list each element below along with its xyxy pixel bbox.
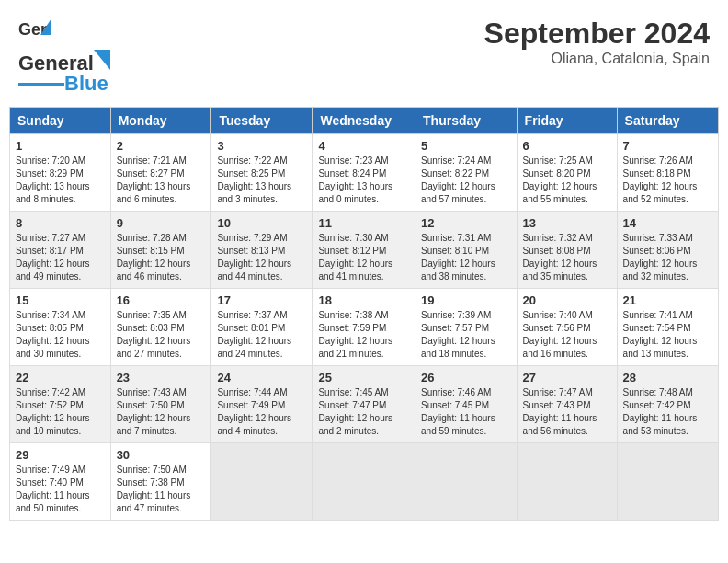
day-info: Sunrise: 7:49 AM Sunset: 7:40 PM Dayligh… [16,464,105,515]
day-info: Sunrise: 7:44 AM Sunset: 7:49 PM Dayligh… [217,386,306,438]
calendar-title: September 2024 [484,17,710,51]
day-info: Sunrise: 7:40 AM Sunset: 7:56 PM Dayligh… [523,309,611,361]
calendar-subtitle: Oliana, Catalonia, Spain [484,51,710,67]
day-info: Sunrise: 7:43 AM Sunset: 7:50 PM Dayligh… [117,386,206,438]
day-number: 13 [523,216,611,230]
header-tuesday: Tuesday [211,108,313,134]
day-info: Sunrise: 7:35 AM Sunset: 8:03 PM Dayligh… [117,309,206,361]
day-number: 30 [117,448,206,462]
day-number: 16 [117,293,206,307]
day-number: 26 [421,371,511,385]
day-info: Sunrise: 7:42 AM Sunset: 7:52 PM Dayligh… [16,386,105,438]
day-number: 11 [318,216,409,230]
page-header: General General Blue September 2024 Olia… [9,9,719,99]
day-number: 6 [523,139,611,153]
calendar-week-row: 15 Sunrise: 7:34 AM Sunset: 8:05 PM Dayl… [10,289,719,366]
calendar-cell: 8 Sunrise: 7:27 AM Sunset: 8:17 PM Dayli… [10,212,111,289]
calendar-cell: 25 Sunrise: 7:45 AM Sunset: 7:47 PM Dayl… [313,366,415,443]
calendar-cell [415,443,518,521]
calendar-cell: 26 Sunrise: 7:46 AM Sunset: 7:45 PM Dayl… [415,366,518,443]
calendar-cell: 10 Sunrise: 7:29 AM Sunset: 8:13 PM Dayl… [211,212,313,289]
day-info: Sunrise: 7:48 AM Sunset: 7:42 PM Dayligh… [623,386,712,438]
title-block: September 2024 Oliana, Catalonia, Spain [484,17,710,67]
calendar-cell [617,443,718,521]
day-info: Sunrise: 7:22 AM Sunset: 8:25 PM Dayligh… [217,155,306,206]
calendar-week-row: 29 Sunrise: 7:49 AM Sunset: 7:40 PM Dayl… [10,443,719,521]
day-number: 12 [421,216,511,230]
calendar-cell: 2 Sunrise: 7:21 AM Sunset: 8:27 PM Dayli… [110,134,211,212]
calendar-cell: 11 Sunrise: 7:30 AM Sunset: 8:12 PM Dayl… [313,212,415,289]
calendar-cell: 24 Sunrise: 7:44 AM Sunset: 7:49 PM Dayl… [211,366,313,443]
calendar-cell: 12 Sunrise: 7:31 AM Sunset: 8:10 PM Dayl… [415,212,518,289]
calendar-cell: 29 Sunrise: 7:49 AM Sunset: 7:40 PM Dayl… [10,443,111,521]
day-number: 4 [318,139,409,153]
day-info: Sunrise: 7:50 AM Sunset: 7:38 PM Dayligh… [117,464,206,515]
day-info: Sunrise: 7:33 AM Sunset: 8:06 PM Dayligh… [623,232,712,283]
day-number: 18 [318,293,409,307]
logo-triangle-icon [94,50,110,70]
day-number: 9 [117,216,206,230]
calendar-cell: 16 Sunrise: 7:35 AM Sunset: 8:03 PM Dayl… [110,289,211,366]
day-number: 23 [117,371,206,385]
calendar-cell: 4 Sunrise: 7:23 AM Sunset: 8:24 PM Dayli… [313,134,415,212]
calendar-cell: 9 Sunrise: 7:28 AM Sunset: 8:15 PM Dayli… [110,212,211,289]
day-number: 10 [217,216,306,230]
day-info: Sunrise: 7:45 AM Sunset: 7:47 PM Dayligh… [318,386,409,438]
calendar-cell: 7 Sunrise: 7:26 AM Sunset: 8:18 PM Dayli… [617,134,718,212]
calendar-week-row: 22 Sunrise: 7:42 AM Sunset: 7:52 PM Dayl… [10,366,719,443]
day-info: Sunrise: 7:25 AM Sunset: 8:20 PM Dayligh… [523,155,611,206]
day-info: Sunrise: 7:20 AM Sunset: 8:29 PM Dayligh… [16,155,105,206]
day-number: 25 [318,371,409,385]
day-info: Sunrise: 7:26 AM Sunset: 8:18 PM Dayligh… [623,155,712,206]
logo-blue-text: Blue [64,72,108,96]
header-thursday: Thursday [415,108,518,134]
day-number: 22 [16,371,105,385]
day-number: 14 [623,216,712,230]
day-info: Sunrise: 7:38 AM Sunset: 7:59 PM Dayligh… [318,309,409,361]
day-info: Sunrise: 7:46 AM Sunset: 7:45 PM Dayligh… [421,386,511,438]
day-info: Sunrise: 7:32 AM Sunset: 8:08 PM Dayligh… [523,232,611,283]
header-wednesday: Wednesday [313,108,415,134]
day-number: 5 [421,139,511,153]
calendar-cell [211,443,313,521]
header-saturday: Saturday [617,108,718,134]
logo-icon: General [18,17,51,50]
calendar-cell: 27 Sunrise: 7:47 AM Sunset: 7:43 PM Dayl… [517,366,617,443]
calendar-cell: 19 Sunrise: 7:39 AM Sunset: 7:57 PM Dayl… [415,289,518,366]
day-number: 8 [16,216,105,230]
day-number: 24 [217,371,306,385]
svg-marker-2 [94,50,110,70]
calendar-header-row: Sunday Monday Tuesday Wednesday Thursday… [10,108,719,134]
day-number: 1 [16,139,105,153]
calendar-cell: 5 Sunrise: 7:24 AM Sunset: 8:22 PM Dayli… [415,134,518,212]
day-info: Sunrise: 7:28 AM Sunset: 8:15 PM Dayligh… [117,232,206,283]
calendar-cell: 13 Sunrise: 7:32 AM Sunset: 8:08 PM Dayl… [517,212,617,289]
day-number: 15 [16,293,105,307]
day-info: Sunrise: 7:30 AM Sunset: 8:12 PM Dayligh… [318,232,409,283]
calendar-cell: 18 Sunrise: 7:38 AM Sunset: 7:59 PM Dayl… [313,289,415,366]
day-number: 29 [16,448,105,462]
calendar-cell: 6 Sunrise: 7:25 AM Sunset: 8:20 PM Dayli… [517,134,617,212]
calendar-cell: 28 Sunrise: 7:48 AM Sunset: 7:42 PM Dayl… [617,366,718,443]
calendar-week-row: 8 Sunrise: 7:27 AM Sunset: 8:17 PM Dayli… [10,212,719,289]
calendar-cell [517,443,617,521]
calendar-cell: 22 Sunrise: 7:42 AM Sunset: 7:52 PM Dayl… [10,366,111,443]
day-info: Sunrise: 7:34 AM Sunset: 8:05 PM Dayligh… [16,309,105,361]
calendar-cell: 20 Sunrise: 7:40 AM Sunset: 7:56 PM Dayl… [517,289,617,366]
calendar-cell: 17 Sunrise: 7:37 AM Sunset: 8:01 PM Dayl… [211,289,313,366]
day-number: 7 [623,139,712,153]
calendar-cell: 23 Sunrise: 7:43 AM Sunset: 7:50 PM Dayl… [110,366,211,443]
calendar-table: Sunday Monday Tuesday Wednesday Thursday… [9,107,719,521]
day-info: Sunrise: 7:24 AM Sunset: 8:22 PM Dayligh… [421,155,511,206]
calendar-cell: 15 Sunrise: 7:34 AM Sunset: 8:05 PM Dayl… [10,289,111,366]
calendar-week-row: 1 Sunrise: 7:20 AM Sunset: 8:29 PM Dayli… [10,134,719,212]
day-info: Sunrise: 7:41 AM Sunset: 7:54 PM Dayligh… [623,309,712,361]
day-info: Sunrise: 7:47 AM Sunset: 7:43 PM Dayligh… [523,386,611,438]
header-sunday: Sunday [10,108,111,134]
calendar-cell: 3 Sunrise: 7:22 AM Sunset: 8:25 PM Dayli… [211,134,313,212]
logo: General General Blue [18,17,110,96]
header-friday: Friday [517,108,617,134]
day-info: Sunrise: 7:29 AM Sunset: 8:13 PM Dayligh… [217,232,306,283]
calendar-cell [313,443,415,521]
calendar-cell: 30 Sunrise: 7:50 AM Sunset: 7:38 PM Dayl… [110,443,211,521]
